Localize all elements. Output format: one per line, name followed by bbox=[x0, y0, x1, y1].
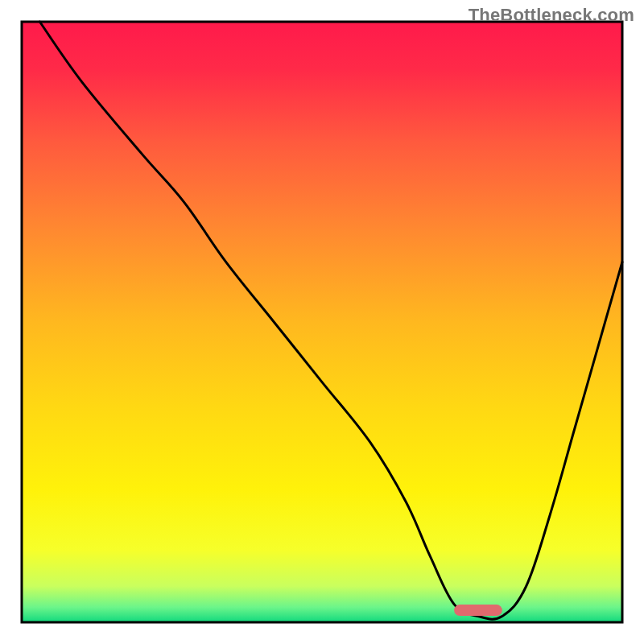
chart-canvas bbox=[0, 0, 644, 644]
optimal-range-marker bbox=[454, 605, 502, 616]
bottleneck-chart: TheBottleneck.com bbox=[0, 0, 644, 644]
watermark-label: TheBottleneck.com bbox=[469, 5, 634, 26]
plot-background bbox=[22, 22, 622, 622]
